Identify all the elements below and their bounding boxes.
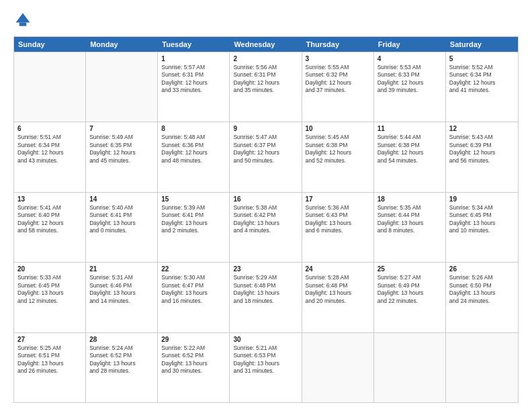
day-number: 25 <box>378 265 442 273</box>
logo-icon <box>13 11 32 30</box>
calendar-cell: 1Sunrise: 5:57 AMSunset: 6:31 PMDaylight… <box>158 52 230 122</box>
calendar-row: 27Sunrise: 5:25 AMSunset: 6:51 PMDayligh… <box>14 332 518 402</box>
calendar-cell: 26Sunrise: 5:26 AMSunset: 6:50 PMDayligh… <box>446 263 518 332</box>
weekday-header: Tuesday <box>158 37 230 52</box>
cell-text: Sunrise: 5:51 AMSunset: 6:34 PMDaylight:… <box>17 134 82 165</box>
calendar: SundayMondayTuesdayWednesdayThursdayFrid… <box>13 36 519 403</box>
cell-text: Sunrise: 5:47 AMSunset: 6:37 PMDaylight:… <box>233 134 298 165</box>
calendar-cell: 17Sunrise: 5:36 AMSunset: 6:43 PMDayligh… <box>302 193 374 262</box>
calendar-cell: 2Sunrise: 5:56 AMSunset: 6:31 PMDaylight… <box>230 52 302 122</box>
calendar-cell: 7Sunrise: 5:49 AMSunset: 6:35 PMDaylight… <box>86 122 158 191</box>
calendar-cell: 25Sunrise: 5:27 AMSunset: 6:49 PMDayligh… <box>374 263 446 332</box>
calendar-cell <box>302 333 374 402</box>
day-number: 24 <box>306 265 370 273</box>
day-number: 22 <box>161 265 226 273</box>
day-number: 4 <box>378 55 442 62</box>
calendar-cell: 13Sunrise: 5:41 AMSunset: 6:40 PMDayligh… <box>14 193 86 262</box>
calendar-cell: 11Sunrise: 5:44 AMSunset: 6:38 PMDayligh… <box>374 122 446 191</box>
day-number: 5 <box>449 55 515 62</box>
calendar-cell: 30Sunrise: 5:21 AMSunset: 6:53 PMDayligh… <box>230 333 302 402</box>
calendar-cell: 12Sunrise: 5:43 AMSunset: 6:39 PMDayligh… <box>446 122 518 191</box>
calendar-cell: 5Sunrise: 5:52 AMSunset: 6:34 PMDaylight… <box>446 52 518 122</box>
cell-text: Sunrise: 5:34 AMSunset: 6:45 PMDaylight:… <box>449 204 515 235</box>
calendar-cell: 18Sunrise: 5:35 AMSunset: 6:44 PMDayligh… <box>374 193 446 262</box>
cell-text: Sunrise: 5:48 AMSunset: 6:36 PMDaylight:… <box>161 134 226 165</box>
cell-text: Sunrise: 5:52 AMSunset: 6:34 PMDaylight:… <box>449 64 515 95</box>
cell-text: Sunrise: 5:57 AMSunset: 6:31 PMDaylight:… <box>161 64 226 95</box>
day-number: 27 <box>17 336 82 343</box>
day-number: 2 <box>233 55 298 62</box>
day-number: 6 <box>17 125 82 132</box>
calendar-cell: 15Sunrise: 5:39 AMSunset: 6:41 PMDayligh… <box>158 193 230 262</box>
weekday-header: Sunday <box>14 37 86 52</box>
calendar-cell: 20Sunrise: 5:33 AMSunset: 6:45 PMDayligh… <box>14 263 86 332</box>
weekday-header: Thursday <box>302 37 374 52</box>
cell-text: Sunrise: 5:29 AMSunset: 6:48 PMDaylight:… <box>233 274 298 305</box>
cell-text: Sunrise: 5:53 AMSunset: 6:33 PMDaylight:… <box>378 64 442 95</box>
calendar-cell: 4Sunrise: 5:53 AMSunset: 6:33 PMDaylight… <box>374 52 446 122</box>
cell-text: Sunrise: 5:38 AMSunset: 6:42 PMDaylight:… <box>233 204 298 235</box>
calendar-row: 20Sunrise: 5:33 AMSunset: 6:45 PMDayligh… <box>14 262 518 332</box>
weekday-header: Monday <box>86 37 158 52</box>
cell-text: Sunrise: 5:40 AMSunset: 6:41 PMDaylight:… <box>89 204 154 235</box>
calendar-cell <box>14 52 86 122</box>
calendar-header: SundayMondayTuesdayWednesdayThursdayFrid… <box>14 37 518 52</box>
calendar-cell: 16Sunrise: 5:38 AMSunset: 6:42 PMDayligh… <box>230 193 302 262</box>
cell-text: Sunrise: 5:27 AMSunset: 6:49 PMDaylight:… <box>378 274 442 305</box>
calendar-cell: 9Sunrise: 5:47 AMSunset: 6:37 PMDaylight… <box>230 122 302 191</box>
cell-text: Sunrise: 5:24 AMSunset: 6:52 PMDaylight:… <box>89 345 154 375</box>
calendar-cell <box>374 333 446 402</box>
calendar-cell: 8Sunrise: 5:48 AMSunset: 6:36 PMDaylight… <box>158 122 230 191</box>
weekday-header: Friday <box>374 37 446 52</box>
calendar-body: 1Sunrise: 5:57 AMSunset: 6:31 PMDaylight… <box>14 52 518 402</box>
cell-text: Sunrise: 5:35 AMSunset: 6:44 PMDaylight:… <box>378 204 442 235</box>
calendar-cell: 24Sunrise: 5:28 AMSunset: 6:48 PMDayligh… <box>302 263 374 332</box>
day-number: 19 <box>449 195 515 203</box>
weekday-header: Saturday <box>446 37 518 52</box>
day-number: 23 <box>233 265 298 273</box>
calendar-cell: 6Sunrise: 5:51 AMSunset: 6:34 PMDaylight… <box>14 122 86 191</box>
day-number: 1 <box>161 55 226 62</box>
header <box>13 11 519 30</box>
page: SundayMondayTuesdayWednesdayThursdayFrid… <box>0 0 532 411</box>
calendar-cell: 23Sunrise: 5:29 AMSunset: 6:48 PMDayligh… <box>230 263 302 332</box>
svg-rect-1 <box>19 23 27 26</box>
cell-text: Sunrise: 5:31 AMSunset: 6:46 PMDaylight:… <box>89 274 154 305</box>
day-number: 28 <box>89 336 154 343</box>
calendar-cell <box>446 333 518 402</box>
day-number: 9 <box>233 125 298 132</box>
calendar-cell: 10Sunrise: 5:45 AMSunset: 6:38 PMDayligh… <box>302 122 374 191</box>
calendar-cell: 29Sunrise: 5:22 AMSunset: 6:52 PMDayligh… <box>158 333 230 402</box>
cell-text: Sunrise: 5:28 AMSunset: 6:48 PMDaylight:… <box>306 274 370 305</box>
day-number: 14 <box>89 195 154 203</box>
cell-text: Sunrise: 5:45 AMSunset: 6:38 PMDaylight:… <box>306 134 370 165</box>
weekday-header: Wednesday <box>230 37 302 52</box>
cell-text: Sunrise: 5:26 AMSunset: 6:50 PMDaylight:… <box>449 274 515 305</box>
day-number: 26 <box>449 265 515 273</box>
cell-text: Sunrise: 5:56 AMSunset: 6:31 PMDaylight:… <box>233 64 298 95</box>
cell-text: Sunrise: 5:39 AMSunset: 6:41 PMDaylight:… <box>161 204 226 235</box>
calendar-cell: 14Sunrise: 5:40 AMSunset: 6:41 PMDayligh… <box>86 193 158 262</box>
calendar-row: 13Sunrise: 5:41 AMSunset: 6:40 PMDayligh… <box>14 192 518 262</box>
day-number: 11 <box>378 125 442 132</box>
cell-text: Sunrise: 5:21 AMSunset: 6:53 PMDaylight:… <box>233 345 298 375</box>
day-number: 10 <box>306 125 370 132</box>
cell-text: Sunrise: 5:41 AMSunset: 6:40 PMDaylight:… <box>17 204 82 235</box>
day-number: 21 <box>89 265 154 273</box>
day-number: 17 <box>306 195 370 203</box>
cell-text: Sunrise: 5:25 AMSunset: 6:51 PMDaylight:… <box>17 345 82 375</box>
calendar-cell: 22Sunrise: 5:30 AMSunset: 6:47 PMDayligh… <box>158 263 230 332</box>
cell-text: Sunrise: 5:22 AMSunset: 6:52 PMDaylight:… <box>161 345 226 375</box>
cell-text: Sunrise: 5:49 AMSunset: 6:35 PMDaylight:… <box>89 134 154 165</box>
calendar-cell: 27Sunrise: 5:25 AMSunset: 6:51 PMDayligh… <box>14 333 86 402</box>
day-number: 3 <box>306 55 370 62</box>
calendar-cell: 19Sunrise: 5:34 AMSunset: 6:45 PMDayligh… <box>446 193 518 262</box>
day-number: 18 <box>378 195 442 203</box>
cell-text: Sunrise: 5:43 AMSunset: 6:39 PMDaylight:… <box>449 134 515 165</box>
day-number: 7 <box>89 125 154 132</box>
day-number: 20 <box>17 265 82 273</box>
day-number: 29 <box>161 336 226 343</box>
cell-text: Sunrise: 5:33 AMSunset: 6:45 PMDaylight:… <box>17 274 82 305</box>
calendar-cell: 3Sunrise: 5:55 AMSunset: 6:32 PMDaylight… <box>302 52 374 122</box>
svg-marker-0 <box>16 13 30 23</box>
